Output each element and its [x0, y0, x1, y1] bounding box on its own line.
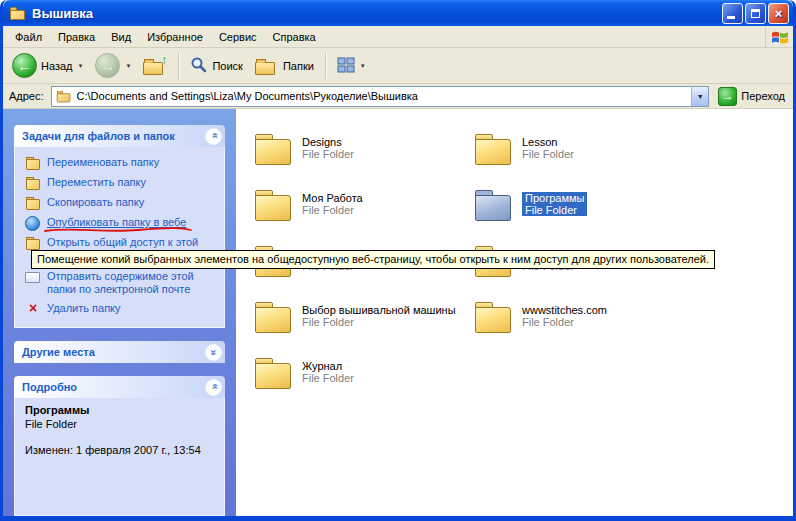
folder-icon	[472, 297, 516, 337]
file-label: DesignsFile Folder	[302, 136, 354, 160]
task-label: Удалить папку	[47, 302, 121, 315]
folders-icon	[255, 56, 279, 76]
panel-title: Другие места	[22, 346, 95, 358]
go-button[interactable]: → Переход	[714, 87, 789, 106]
window-body: Задачи для файлов и папок » Переименоват…	[3, 109, 793, 516]
move-icon	[25, 176, 41, 190]
task-rename[interactable]: Переименовать папку	[25, 153, 218, 173]
file-tile[interactable]: Выбор вышивальной машиныFile Folder	[252, 297, 472, 353]
collapse-chevron-icon[interactable]: »	[205, 379, 222, 396]
up-button[interactable]: ↑	[138, 54, 172, 78]
task-label: Скопировать папку	[47, 196, 144, 209]
file-label: wwwstitches.comFile Folder	[522, 304, 607, 328]
back-label: Назад	[41, 60, 73, 72]
collapse-chevron-icon[interactable]: »	[205, 128, 222, 145]
back-dropdown-icon[interactable]: ▼	[78, 63, 84, 69]
go-label: Переход	[741, 90, 785, 102]
task-email[interactable]: Отправить содержимое этой папки по элект…	[25, 267, 218, 299]
file-tile[interactable]: ЖурналFile Folder	[252, 353, 472, 409]
maximize-button[interactable]	[745, 3, 766, 24]
menu-bar: ФайлПравкаВидИзбранноеСервисСправка	[3, 26, 793, 48]
share-icon	[25, 236, 41, 250]
file-tile[interactable]: DesignsFile Folder	[252, 129, 472, 185]
folder-icon	[472, 129, 516, 169]
task-label: Открыть общий доступ к этой	[47, 236, 198, 249]
file-name: wwwstitches.com	[522, 304, 607, 316]
search-icon	[190, 56, 208, 76]
folder-up-icon: ↑	[143, 56, 167, 76]
details-panel: Подробно » Программы File Folder Изменен…	[14, 376, 225, 516]
details-item-modified: Изменен: 1 февраля 2007 г., 13:54	[25, 444, 218, 456]
details-header[interactable]: Подробно »	[14, 376, 225, 398]
menu-item[interactable]: Избранное	[139, 28, 211, 46]
minimize-button[interactable]	[722, 3, 743, 24]
file-folder-tasks-header[interactable]: Задачи для файлов и папок »	[14, 125, 225, 147]
file-tile[interactable]: ПрограммыFile Folder	[472, 185, 692, 241]
minimize-icon	[727, 16, 735, 19]
menu-item[interactable]: Правка	[50, 28, 103, 46]
expand-chevron-icon[interactable]: »	[205, 344, 222, 361]
task-delete[interactable]: ×Удалить папку	[25, 299, 218, 319]
file-type: File Folder	[302, 148, 354, 160]
task-move[interactable]: Переместить папку	[25, 173, 218, 193]
publish-tooltip: Помещение копий выбранных элементов на о…	[31, 250, 715, 269]
forward-button[interactable]: → ▼	[90, 51, 136, 80]
window-title: Вышивка	[32, 6, 722, 21]
rename-icon	[25, 156, 41, 170]
task-label: Переместить папку	[47, 176, 146, 189]
folder-icon	[252, 185, 296, 225]
delete-icon: ×	[25, 302, 41, 316]
task-label: Отправить содержимое этой папки по элект…	[47, 270, 218, 296]
menu-item[interactable]: Справка	[265, 28, 324, 46]
toolbar-separator	[325, 53, 326, 79]
task-list: Переименовать папкуПереместить папкуСкоп…	[14, 147, 225, 328]
file-tile[interactable]: wwwstitches.comFile Folder	[472, 297, 692, 353]
folder-icon	[252, 129, 296, 169]
file-tile[interactable]: LessonFile Folder	[472, 129, 692, 185]
address-input[interactable]: C:\Documents and Settings\Liza\My Docume…	[51, 86, 710, 107]
other-places-panel: Другие места »	[14, 341, 225, 363]
task-label: Переименовать папку	[47, 156, 159, 169]
file-type: File Folder	[525, 204, 584, 216]
file-name: Моя Работа	[302, 192, 363, 204]
details-item-name: Программы	[25, 404, 218, 416]
details-body: Программы File Folder Изменен: 1 февраля…	[14, 398, 225, 516]
menu-items: ФайлПравкаВидИзбранноеСервисСправка	[7, 28, 324, 46]
back-button[interactable]: ← Назад ▼	[7, 51, 88, 80]
go-icon: →	[718, 87, 737, 106]
other-places-header[interactable]: Другие места »	[14, 341, 225, 363]
panel-title: Подробно	[22, 381, 77, 393]
file-label: LessonFile Folder	[522, 136, 574, 160]
close-button[interactable]: ×	[768, 3, 789, 24]
search-button[interactable]: Поиск	[185, 54, 247, 78]
menu-item[interactable]: Сервис	[211, 28, 265, 46]
file-name: Designs	[302, 136, 354, 148]
maximize-icon	[751, 9, 760, 18]
folder-icon	[472, 185, 516, 225]
explorer-window: Вышивка × ФайлПравкаВидИзбранноеСервисСп…	[0, 0, 796, 521]
menu-item[interactable]: Вид	[103, 28, 139, 46]
views-button[interactable]: ▼	[332, 55, 371, 77]
file-tile[interactable]: Моя РаботаFile Folder	[252, 185, 472, 241]
file-label: Моя РаботаFile Folder	[302, 192, 363, 216]
copy-icon	[25, 196, 41, 210]
forward-dropdown-icon[interactable]: ▼	[125, 63, 131, 69]
folders-label: Папки	[283, 60, 314, 72]
menu-item[interactable]: Файл	[7, 28, 50, 46]
window-folder-icon	[9, 6, 27, 21]
file-label: Выбор вышивальной машиныFile Folder	[302, 304, 456, 328]
file-type: File Folder	[302, 316, 456, 328]
file-list-area[interactable]: DesignsFile FolderLessonFile FolderМоя Р…	[236, 109, 793, 516]
address-dropdown-icon[interactable]: ▼	[691, 87, 708, 106]
publish-icon	[25, 216, 41, 230]
file-name: Выбор вышивальной машины	[302, 304, 456, 316]
file-type: File Folder	[522, 316, 607, 328]
task-publish[interactable]: Опубликовать папку в вебе	[25, 213, 218, 233]
task-copy[interactable]: Скопировать папку	[25, 193, 218, 213]
views-icon	[337, 57, 355, 75]
folders-button[interactable]: Папки	[250, 54, 319, 78]
views-dropdown-icon[interactable]: ▼	[360, 63, 366, 69]
toolbar: ← Назад ▼ → ▼ ↑ Поиск Папки	[3, 48, 793, 84]
folder-icon	[252, 353, 296, 393]
folder-icon	[252, 297, 296, 337]
